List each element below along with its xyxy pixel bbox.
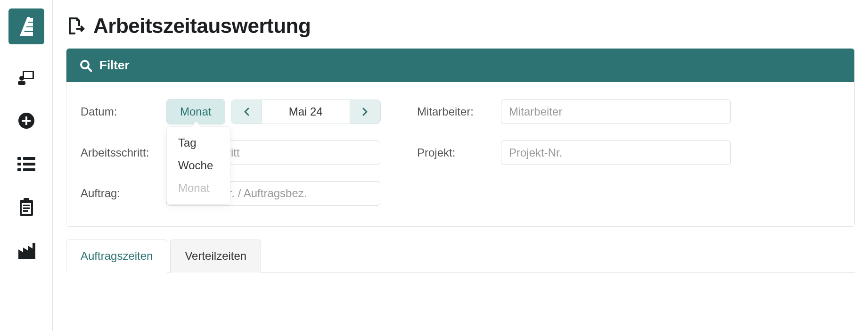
- filter-body: Datum: Monat Tag Woche Monat: [66, 82, 854, 226]
- svg-rect-17: [17, 168, 21, 171]
- tab-auftragszeiten[interactable]: Auftragszeiten: [66, 240, 167, 273]
- date-navigator: Mai 24: [231, 99, 381, 124]
- sidebar-item-teaching[interactable]: [16, 67, 37, 88]
- search-icon: [80, 59, 92, 72]
- svg-rect-9: [18, 81, 25, 85]
- svg-rect-18: [23, 168, 35, 171]
- date-prev-button[interactable]: [231, 100, 262, 124]
- filter-header: Filter: [66, 49, 854, 82]
- chevron-left-icon: [244, 108, 249, 116]
- tabs: Auftragszeiten Verteilzeiten: [66, 239, 855, 273]
- svg-rect-16: [23, 163, 35, 166]
- label-projekt: Projekt:: [417, 146, 501, 159]
- sidebar-item-factory[interactable]: [16, 240, 37, 261]
- page-header: Arbeitszeitauswertung: [66, 14, 855, 38]
- plus-circle-icon: [17, 112, 35, 130]
- mitarbeiter-input[interactable]: [501, 99, 731, 124]
- page-title: Arbeitszeitauswertung: [93, 14, 311, 38]
- main-content: Arbeitszeitauswertung Filter Datum: Mona…: [53, 0, 868, 331]
- svg-rect-12: [22, 120, 31, 122]
- filter-card: Filter Datum: Monat Tag Woche Monat: [66, 48, 855, 227]
- sidebar-item-list[interactable]: [16, 154, 37, 174]
- svg-rect-13: [17, 157, 21, 160]
- date-next-button[interactable]: [350, 100, 380, 124]
- svg-point-8: [19, 76, 24, 81]
- row-datum: Datum: Monat Tag Woche Monat: [81, 99, 840, 124]
- filter-header-title: Filter: [99, 58, 130, 73]
- sidebar-item-add[interactable]: [16, 110, 37, 131]
- person-board-icon: [17, 68, 36, 87]
- logo-icon: [15, 15, 38, 38]
- svg-rect-15: [17, 163, 21, 166]
- period-select-button[interactable]: Monat: [166, 99, 225, 124]
- period-option-tag[interactable]: Tag: [167, 132, 230, 154]
- svg-rect-23: [23, 207, 30, 209]
- period-dropdown: Tag Woche Monat: [166, 126, 230, 205]
- date-value: Mai 24: [262, 100, 350, 124]
- factory-icon: [17, 243, 35, 259]
- file-export-icon: [66, 17, 85, 35]
- label-mitarbeiter: Mitarbeiter:: [417, 105, 501, 118]
- svg-rect-21: [24, 198, 29, 202]
- period-option-woche[interactable]: Woche: [167, 154, 230, 177]
- svg-rect-14: [23, 157, 35, 160]
- tab-verteilzeiten[interactable]: Verteilzeiten: [170, 240, 261, 273]
- label-auftrag: Auftrag:: [81, 187, 166, 200]
- sidebar: [0, 0, 53, 331]
- svg-line-26: [88, 67, 91, 71]
- app-logo[interactable]: [8, 8, 44, 44]
- svg-rect-22: [23, 205, 30, 206]
- label-datum: Datum:: [81, 105, 166, 118]
- period-option-monat[interactable]: Monat: [167, 177, 230, 199]
- svg-rect-24: [23, 210, 28, 212]
- chevron-right-icon: [362, 108, 368, 116]
- svg-rect-7: [24, 72, 33, 78]
- projekt-input[interactable]: [501, 141, 731, 165]
- sidebar-item-clipboard[interactable]: [16, 197, 37, 218]
- list-icon: [17, 157, 35, 171]
- label-arbeitsschritt: Arbeitsschritt:: [81, 146, 166, 159]
- clipboard-icon: [19, 198, 34, 217]
